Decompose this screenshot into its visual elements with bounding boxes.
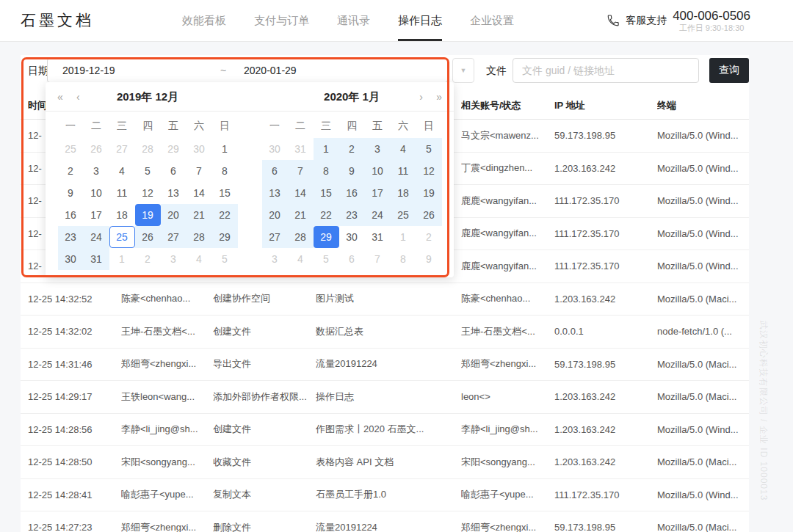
calendar-day[interactable]: 15 xyxy=(212,182,238,204)
calendar-day[interactable]: 3 xyxy=(262,248,288,270)
calendar-day[interactable]: 1 xyxy=(314,138,339,160)
file-search-input[interactable] xyxy=(513,58,699,83)
calendar-day[interactable]: 5 xyxy=(314,248,339,270)
calendar-day[interactable]: 14 xyxy=(187,182,212,204)
calendar-day[interactable]: 31 xyxy=(365,226,391,248)
calendar-day[interactable]: 9 xyxy=(58,182,84,204)
calendar-day[interactable]: 6 xyxy=(161,160,187,182)
calendar-day[interactable]: 23 xyxy=(339,204,365,226)
calendar-day[interactable]: 4 xyxy=(288,248,314,270)
calendar-day[interactable]: 27 xyxy=(262,226,288,248)
calendar-day[interactable]: 11 xyxy=(391,160,416,182)
calendar-day[interactable]: 6 xyxy=(262,160,288,182)
date-preset-dropdown[interactable]: ▼ xyxy=(452,58,474,83)
calendar-day[interactable]: 7 xyxy=(288,160,314,182)
calendar-day[interactable]: 28 xyxy=(288,226,314,248)
calendar-day[interactable]: 24 xyxy=(84,226,109,248)
calendar-day[interactable]: 16 xyxy=(339,182,365,204)
calendar-day[interactable]: 25 xyxy=(109,226,135,248)
calendar-day[interactable]: 31 xyxy=(288,138,314,160)
calendar-day[interactable]: 5 xyxy=(416,138,442,160)
app-logo[interactable]: 石墨文档 xyxy=(21,0,94,41)
calendar-day[interactable]: 10 xyxy=(84,182,109,204)
calendar-day[interactable]: 10 xyxy=(365,160,391,182)
calendar-day[interactable]: 4 xyxy=(109,160,135,182)
search-button[interactable]: 查询 xyxy=(709,58,749,83)
calendar-day[interactable]: 8 xyxy=(314,160,339,182)
calendar-day[interactable]: 23 xyxy=(58,226,84,248)
calendar-day[interactable]: 27 xyxy=(161,226,187,248)
calendar-day[interactable]: 31 xyxy=(84,248,109,270)
calendar-day[interactable]: 30 xyxy=(262,138,288,160)
calendar-day[interactable]: 13 xyxy=(161,182,187,204)
date-range-input[interactable]: 2019-12-19 ~ 2020-01-29 xyxy=(47,58,448,83)
tab-支付与订单[interactable]: 支付与订单 xyxy=(254,0,309,41)
calendar-day[interactable]: 26 xyxy=(416,204,442,226)
calendar-day[interactable]: 4 xyxy=(391,138,416,160)
support-label[interactable]: 客服支持 xyxy=(626,14,667,27)
calendar-day[interactable]: 2 xyxy=(339,138,365,160)
calendar-day[interactable]: 28 xyxy=(135,138,161,160)
calendar-day[interactable]: 7 xyxy=(187,160,212,182)
calendar-day[interactable]: 28 xyxy=(187,226,212,248)
calendar-day[interactable]: 26 xyxy=(84,138,109,160)
calendar-day[interactable]: 17 xyxy=(84,204,109,226)
calendar-day[interactable]: 3 xyxy=(365,138,391,160)
calendar-day[interactable]: 2 xyxy=(416,226,442,248)
tab-企业设置[interactable]: 企业设置 xyxy=(470,0,514,41)
calendar-day[interactable]: 17 xyxy=(365,182,391,204)
calendar-day[interactable]: 11 xyxy=(109,182,135,204)
calendar-day[interactable]: 22 xyxy=(314,204,339,226)
calendar-day[interactable]: 4 xyxy=(187,248,212,270)
calendar-day[interactable]: 22 xyxy=(212,204,238,226)
next-month-icon[interactable]: › xyxy=(416,82,426,112)
calendar-day[interactable]: 9 xyxy=(339,160,365,182)
prev-year-icon[interactable]: « xyxy=(54,82,66,112)
date-range-end[interactable]: 2020-01-29 xyxy=(244,65,297,76)
date-range-start[interactable]: 2019-12-19 xyxy=(62,65,220,76)
calendar-day[interactable]: 1 xyxy=(391,226,416,248)
calendar-day[interactable]: 29 xyxy=(161,138,187,160)
calendar-day[interactable]: 19 xyxy=(135,204,161,226)
calendar-day[interactable]: 18 xyxy=(109,204,135,226)
calendar-day[interactable]: 3 xyxy=(84,160,109,182)
calendar-day[interactable]: 8 xyxy=(212,160,238,182)
calendar-day[interactable]: 29 xyxy=(212,226,238,248)
tab-效能看板[interactable]: 效能看板 xyxy=(182,0,226,41)
calendar-day[interactable]: 18 xyxy=(391,182,416,204)
calendar-day[interactable]: 21 xyxy=(187,204,212,226)
calendar-day[interactable]: 19 xyxy=(416,182,442,204)
calendar-day[interactable]: 16 xyxy=(58,204,84,226)
calendar-day[interactable]: 20 xyxy=(161,204,187,226)
calendar-day[interactable]: 9 xyxy=(416,248,442,270)
calendar-day[interactable]: 30 xyxy=(187,138,212,160)
calendar-day[interactable]: 30 xyxy=(339,226,365,248)
calendar-day[interactable]: 26 xyxy=(135,226,161,248)
calendar-day[interactable]: 15 xyxy=(314,182,339,204)
calendar-day[interactable]: 14 xyxy=(288,182,314,204)
calendar-day[interactable]: 6 xyxy=(339,248,365,270)
calendar-day[interactable]: 5 xyxy=(212,248,238,270)
calendar-day[interactable]: 27 xyxy=(109,138,135,160)
tab-操作日志[interactable]: 操作日志 xyxy=(398,0,442,41)
calendar-day[interactable]: 12 xyxy=(416,160,442,182)
calendar-day[interactable]: 25 xyxy=(391,204,416,226)
calendar-day[interactable]: 7 xyxy=(365,248,391,270)
calendar-day[interactable]: 1 xyxy=(212,138,238,160)
calendar-day[interactable]: 8 xyxy=(391,248,416,270)
calendar-day[interactable]: 1 xyxy=(109,248,135,270)
calendar-day[interactable]: 21 xyxy=(288,204,314,226)
calendar-day[interactable]: 3 xyxy=(161,248,187,270)
calendar-day[interactable]: 12 xyxy=(135,182,161,204)
calendar-day[interactable]: 5 xyxy=(135,160,161,182)
calendar-day[interactable]: 2 xyxy=(135,248,161,270)
calendar-day[interactable]: 24 xyxy=(365,204,391,226)
tab-通讯录[interactable]: 通讯录 xyxy=(337,0,370,41)
calendar-day[interactable]: 30 xyxy=(58,248,84,270)
calendar-day[interactable]: 2 xyxy=(58,160,84,182)
calendar-day[interactable]: 29 xyxy=(314,226,339,248)
calendar-day[interactable]: 25 xyxy=(58,138,84,160)
calendar-day[interactable]: 20 xyxy=(262,204,288,226)
next-year-icon[interactable]: » xyxy=(433,82,445,112)
calendar-day[interactable]: 13 xyxy=(262,182,288,204)
